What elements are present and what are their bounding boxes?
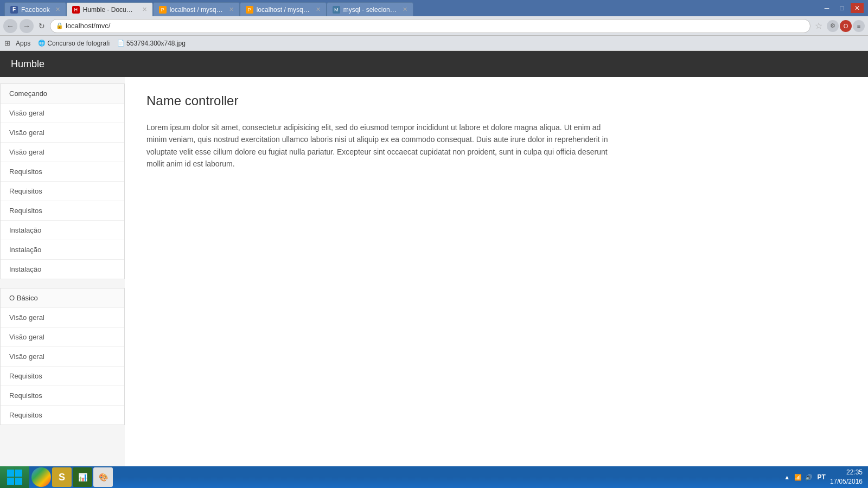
title-bar: FFacebook✕HHumble - Documentação✕Plocalh… — [0, 0, 868, 16]
page-body-text: Lorem ipsum dolor sit amet, consectetur … — [146, 121, 613, 170]
tab-icon-pma2: P — [246, 6, 253, 14]
tab-label-facebook: Facebook — [21, 6, 50, 14]
bookmark-file[interactable]: 📄 553794.300x748.jpg — [115, 38, 188, 48]
apps-grid-icon: ⊞ — [4, 39, 10, 47]
tab-label-mysql: mysql - selecione duas ve — [343, 6, 397, 14]
bookmark-file-icon: 📄 — [117, 40, 125, 47]
app-body: Começando Visão geral Visão geral Visão … — [0, 77, 868, 466]
tab-close-facebook[interactable]: ✕ — [55, 6, 60, 13]
sidebar-group2-header[interactable]: O Básico — [1, 288, 124, 308]
taskbar-apps: S 📊 🎨 — [29, 466, 115, 488]
sidebar-item-basic-req1[interactable]: Requisitos — [1, 367, 124, 386]
browser-tab-humble[interactable]: HHumble - Documentação✕ — [66, 2, 153, 16]
bookmark-apps-label: Apps — [16, 40, 30, 47]
sidebar-item-basic-visao1[interactable]: Visão geral — [1, 308, 124, 328]
svg-rect-2 — [7, 478, 14, 485]
minimize-button[interactable]: ─ — [820, 3, 833, 13]
tab-label-pma2: localhost / mysql wamps — [257, 6, 310, 14]
svg-rect-0 — [7, 470, 14, 477]
address-input[interactable]: 🔒 localhost/mvc/ — [50, 19, 810, 33]
address-text: localhost/mvc/ — [66, 22, 110, 30]
bookmark-concurso-label: Concurso de fotografi — [47, 40, 110, 47]
taskbar: S 📊 🎨 ▲ 📶 🔊 PT 22:35 17/05/2016 — [0, 466, 868, 488]
tab-icon-humble: H — [72, 6, 80, 14]
sidebar-item-req1[interactable]: Requisitos — [1, 162, 124, 182]
taskbar-right: ▲ 📶 🔊 PT 22:35 17/05/2016 — [777, 468, 868, 486]
browser-content: Humble Começando Visão geral Visão geral… — [0, 51, 868, 466]
tab-close-humble[interactable]: ✕ — [142, 6, 147, 13]
windows-logo-icon — [6, 468, 23, 486]
taskbar-language: PT — [818, 473, 826, 481]
sidebar-item-visao3[interactable]: Visão geral — [1, 143, 124, 162]
ext-icon-1[interactable]: ⚙ — [827, 20, 839, 32]
browser-tab-mysql[interactable]: Mmysql - selecione duas ve✕ — [327, 2, 413, 16]
sidebar-item-basic-visao3[interactable]: Visão geral — [1, 347, 124, 367]
forward-button[interactable]: → — [20, 19, 34, 33]
ext-icon-2[interactable]: O — [840, 20, 852, 32]
bookmark-icon-1: 🌐 — [38, 40, 46, 47]
reload-button[interactable]: ↻ — [36, 20, 48, 32]
bookmark-concurso[interactable]: 🌐 Concurso de fotografi — [36, 38, 112, 48]
sidebar-item-basic-req3[interactable]: Requisitos — [1, 406, 124, 425]
browser-tab-pma2[interactable]: Plocalhost / mysql wamps✕ — [240, 2, 327, 16]
bookmark-file-label: 553794.300x748.jpg — [126, 40, 186, 47]
sidebar-group-1: Começando Visão geral Visão geral Visão … — [0, 84, 125, 279]
tab-label-humble: Humble - Documentação — [83, 6, 137, 14]
taskbar-sas-icon[interactable]: S — [52, 467, 72, 487]
sidebar-group-2: O Básico Visão geral Visão geral Visão g… — [0, 288, 125, 425]
bookmarks-bar: ⊞ Apps 🌐 Concurso de fotografi 📄 553794.… — [0, 36, 868, 51]
tab-close-pma2[interactable]: ✕ — [316, 6, 321, 13]
browser-tab-pma1[interactable]: Plocalhost / mysql wamps✕ — [153, 2, 240, 16]
bookmark-apps[interactable]: Apps — [14, 38, 33, 48]
sidebar: Começando Visão geral Visão geral Visão … — [0, 77, 125, 466]
close-button[interactable]: ✕ — [851, 3, 864, 13]
sidebar-item-inst2[interactable]: Instalação — [1, 240, 124, 260]
svg-rect-1 — [15, 470, 22, 477]
taskbar-clock: 22:35 17/05/2016 — [830, 468, 863, 486]
clock-time: 22:35 — [830, 468, 863, 477]
tab-icon-mysql: M — [333, 6, 340, 14]
back-button[interactable]: ← — [3, 19, 17, 33]
start-button[interactable] — [0, 466, 29, 488]
sidebar-item-visao1[interactable]: Visão geral — [1, 104, 124, 123]
sidebar-item-basic-req2[interactable]: Requisitos — [1, 386, 124, 406]
sidebar-item-basic-visao2[interactable]: Visão geral — [1, 328, 124, 347]
tab-icon-pma1: P — [159, 6, 167, 14]
lock-icon: 🔒 — [56, 22, 63, 29]
maximize-button[interactable]: □ — [835, 3, 848, 13]
systray-network-icon: 📶 — [794, 473, 802, 481]
tab-close-mysql[interactable]: ✕ — [403, 6, 407, 13]
extensions: ⚙ O ≡ — [827, 20, 865, 32]
window-controls: ─ □ ✕ — [820, 3, 864, 13]
tab-label-pma1: localhost / mysql wamps — [170, 6, 224, 14]
sidebar-item-inst3[interactable]: Instalação — [1, 260, 124, 279]
bookmark-star-icon[interactable]: ☆ — [815, 21, 822, 31]
sidebar-item-inst1[interactable]: Instalação — [1, 221, 124, 240]
svg-rect-3 — [15, 478, 22, 485]
systray-arrow-icon[interactable]: ▲ — [783, 473, 792, 481]
app-navbar: Humble — [0, 51, 868, 77]
taskbar-monitor-icon[interactable]: 📊 — [73, 467, 92, 487]
address-bar-row: ← → ↻ 🔒 localhost/mvc/ ☆ ⚙ O ≡ — [0, 16, 868, 36]
tab-icon-facebook: F — [10, 6, 18, 14]
tab-close-pma1[interactable]: ✕ — [229, 6, 234, 13]
taskbar-left: S 📊 🎨 — [0, 466, 115, 488]
main-content: Name controller Lorem ipsum dolor sit am… — [125, 77, 868, 466]
clock-date: 17/05/2016 — [830, 477, 863, 486]
tab-list: FFacebook✕HHumble - Documentação✕Plocalh… — [4, 0, 413, 16]
browser-window: FFacebook✕HHumble - Documentação✕Plocalh… — [0, 0, 868, 488]
taskbar-chrome-icon[interactable] — [31, 467, 51, 487]
sidebar-group1-header[interactable]: Começando — [1, 84, 124, 104]
sidebar-item-req2[interactable]: Requisitos — [1, 182, 124, 201]
systray: ▲ 📶 🔊 — [783, 473, 813, 481]
sidebar-item-visao2[interactable]: Visão geral — [1, 123, 124, 143]
ext-icon-3[interactable]: ≡ — [853, 20, 865, 32]
browser-tab-facebook[interactable]: FFacebook✕ — [4, 2, 66, 16]
page-title: Name controller — [146, 93, 846, 108]
app-brand-label: Humble — [11, 59, 44, 70]
sidebar-item-req3[interactable]: Requisitos — [1, 201, 124, 221]
systray-volume-icon: 🔊 — [805, 473, 813, 481]
taskbar-paint-icon[interactable]: 🎨 — [93, 467, 113, 487]
